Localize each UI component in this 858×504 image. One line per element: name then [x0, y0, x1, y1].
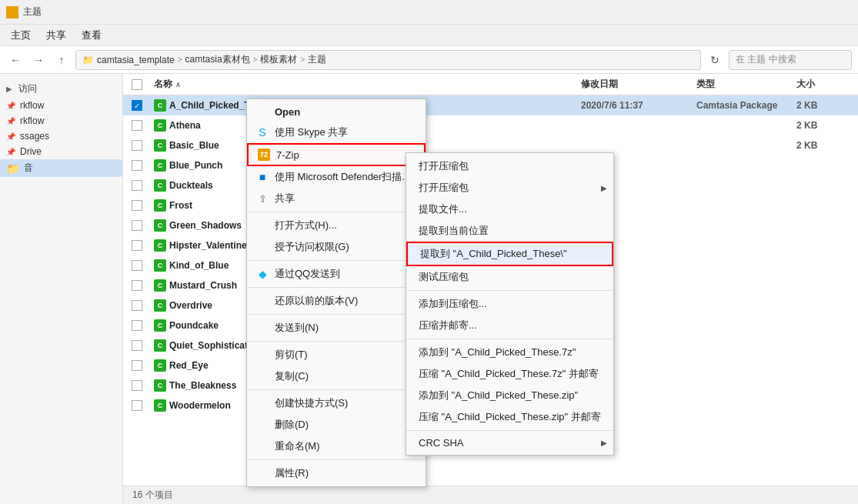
sub-extract-files[interactable]: 提取文件... [406, 199, 613, 220]
forward-button[interactable]: → [29, 51, 48, 69]
sidebar-item-ssages[interactable]: 📌 ssages [0, 129, 122, 144]
crc-arrow: ▶ [601, 439, 607, 447]
menu-home[interactable]: 主页 [3, 25, 38, 45]
breadcrumb-label2: camtasia素材包 [185, 53, 250, 66]
restore-icon [256, 295, 269, 307]
sub-test[interactable]: 测试压缩包 [406, 266, 613, 288]
ctx-sendto[interactable]: 发送到(N) ▶ [247, 317, 426, 339]
up-button[interactable]: ↑ [52, 51, 71, 69]
sub-sep2 [406, 339, 613, 339]
ctx-access[interactable]: 授予访问权限(G) ▶ [247, 236, 426, 258]
back-button[interactable]: ← [6, 51, 25, 69]
sidebar-item-rkflow1[interactable]: 📌 rkflow [0, 98, 122, 113]
size-col-header[interactable]: 大小 [796, 78, 858, 91]
breadcrumb-part1: 📁 [82, 55, 94, 65]
sub-open-archive2[interactable]: 打开压缩包 ▶ [406, 177, 613, 199]
breadcrumb-sep3: > [300, 55, 305, 64]
file-type-icon: C [154, 359, 166, 372]
sidebar: ▶ 访问 📌 rkflow 📌 rkflow 📌 ssages 📌 Drive … [0, 74, 123, 504]
sub-crc-sha[interactable]: CRC SHA ▶ [406, 433, 613, 452]
sub-extract-here[interactable]: 提取到当前位置 [406, 220, 613, 242]
address-bar: ← → ↑ 📁 camtasia_template > camtasia素材包 … [0, 46, 858, 74]
ctx-qq[interactable]: ◆ 通过QQ发送到 ▶ [247, 263, 426, 285]
ctx-rename[interactable]: 重命名(M) [247, 436, 426, 457]
refresh-button[interactable]: ↻ [706, 51, 724, 69]
file-name: Mustard_Crush [169, 280, 237, 291]
date-col-header[interactable]: 修改日期 [581, 78, 696, 91]
ctx-delete[interactable]: 删除(D) [247, 414, 426, 436]
submenu-7zip: 打开压缩包 打开压缩包 ▶ 提取文件... 提取到当前位置 提取到 "A_Chi… [406, 152, 614, 456]
row-checkbox[interactable] [132, 380, 142, 391]
row-checkbox[interactable] [132, 140, 142, 151]
ctx-copy[interactable]: 复制(C) [247, 365, 426, 387]
row-checkbox[interactable] [132, 260, 142, 271]
name-col-header[interactable]: 名称 ∧ [151, 78, 581, 91]
row-checkbox[interactable] [132, 400, 142, 411]
sub-compress-mail[interactable]: 压缩并邮寄... [406, 315, 613, 336]
file-type-icon: C [154, 179, 166, 192]
breadcrumb[interactable]: 📁 camtasia_template > camtasia素材包 > 模板素材… [75, 50, 701, 70]
ctx-cut[interactable]: 剪切(T) [247, 344, 426, 365]
pin-icon: 📌 [6, 102, 15, 110]
file-name: Green_Shadows [169, 220, 242, 231]
file-type-icon: C [154, 399, 166, 412]
row-checkbox[interactable] [132, 340, 142, 351]
row-checkbox[interactable] [132, 320, 142, 331]
ctx-skype[interactable]: S 使用 Skype 共享 [247, 122, 426, 143]
open-archive-arrow: ▶ [601, 184, 607, 192]
row-checkbox[interactable] [132, 120, 142, 131]
context-menu: Open S 使用 Skype 共享 7Z 7-Zip ▶ ■ 使用 Micro… [246, 98, 426, 487]
ctx-share[interactable]: ⇧ 共享 [247, 188, 426, 209]
access-icon [256, 241, 269, 253]
ctx-sep7 [247, 459, 426, 460]
file-name: Hipster_Valentine [169, 240, 247, 251]
row-checkbox[interactable] [132, 300, 142, 311]
ctx-openwith[interactable]: 打开方式(H)... [247, 215, 426, 236]
sub-add-7z[interactable]: 添加到 "A_Child_Picked_These.7z" [406, 342, 613, 363]
check-col-header [123, 79, 151, 90]
ctx-open[interactable]: Open [247, 102, 426, 122]
sub-add-archive[interactable]: 添加到压缩包... [406, 293, 613, 315]
sub-add-zip[interactable]: 添加到 "A_Child_Picked_These.zip" [406, 385, 613, 406]
status-bar: 16 个项目 [123, 486, 858, 504]
title-bar: 主题 [0, 0, 858, 25]
ctx-shortcut[interactable]: 创建快捷方式(S) [247, 392, 426, 414]
row-checkbox[interactable] [132, 220, 142, 231]
sidebar-item-access[interactable]: ▶ 访问 [0, 80, 122, 98]
openwith-icon [256, 219, 269, 232]
sub-compress-7z-mail[interactable]: 压缩 "A_Child_Picked_These.7z" 并邮寄 [406, 363, 613, 385]
menu-share[interactable]: 共享 [38, 25, 74, 45]
row-checkbox[interactable] [132, 280, 142, 291]
ctx-7zip[interactable]: 7Z 7-Zip ▶ [247, 143, 426, 166]
file-type-icon: C [154, 119, 166, 132]
type-col-header[interactable]: 类型 [696, 78, 796, 91]
pin-icon-2: 📌 [6, 117, 15, 125]
defender-icon: ■ [256, 171, 269, 183]
file-type-icon: C [154, 279, 166, 292]
row-checkbox[interactable] [132, 180, 142, 191]
sub-extract-to[interactable]: 提取到 "A_Child_Picked_These\" [406, 242, 613, 266]
ctx-restore[interactable]: 还原以前的版本(V) [247, 290, 426, 312]
ctx-properties[interactable]: 属性(R) [247, 462, 426, 484]
sub-compress-zip-mail[interactable]: 压缩 "A_Child_Picked_These.zip" 并邮寄 [406, 406, 613, 428]
row-checkbox[interactable] [132, 160, 142, 171]
ctx-sep6 [247, 389, 426, 390]
file-type-icon: C [154, 99, 166, 112]
sidebar-item-rkflow2[interactable]: 📌 rkflow [0, 113, 122, 129]
row-checkbox[interactable]: ✓ [132, 100, 142, 111]
row-checkbox[interactable] [132, 360, 142, 371]
sidebar-item-drive[interactable]: 📌 Drive [0, 144, 122, 159]
sub-open-archive[interactable]: 打开压缩包 [406, 155, 613, 177]
menu-view[interactable]: 查看 [74, 25, 109, 45]
table-row[interactable]: C Athena 2 KB [123, 115, 858, 135]
file-name: Basic_Blue [169, 140, 219, 151]
ctx-defender[interactable]: ■ 使用 Microsoft Defender扫描... [247, 166, 426, 188]
select-all-checkbox[interactable] [132, 79, 142, 90]
row-size-col: 2 KB [796, 100, 858, 111]
sidebar-item-music[interactable]: 📁 音 [0, 159, 122, 177]
search-box[interactable]: 在 主题 中搜索 [729, 50, 852, 70]
file-name: Blue_Punch [169, 160, 222, 171]
row-checkbox[interactable] [132, 200, 142, 211]
table-row[interactable]: ✓ C A_Child_Picked_These 2020/7/6 11:37 … [123, 95, 858, 115]
row-checkbox[interactable] [132, 240, 142, 251]
